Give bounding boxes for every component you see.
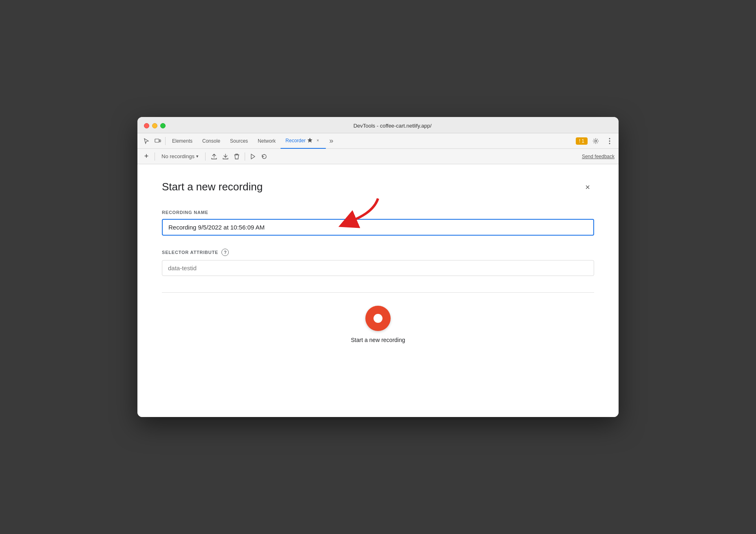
tab-bar: Elements Console Sources Network Recorde…: [137, 133, 619, 149]
toolbar-separator-1: [155, 152, 155, 161]
toolbar-right: ! 1: [576, 135, 615, 147]
settings-button[interactable]: [590, 135, 601, 147]
maximize-button[interactable]: [160, 123, 166, 128]
cursor-icon[interactable]: [141, 135, 152, 147]
step-replay-button[interactable]: [259, 151, 270, 162]
svg-marker-6: [251, 154, 255, 159]
recorder-pin-icon: [307, 138, 312, 143]
window-title: DevTools - coffee-cart.netlify.app/: [173, 123, 612, 129]
recording-panel: Start a new recording × RECORDING NAME: [162, 181, 594, 343]
tab-sources[interactable]: Sources: [225, 133, 253, 149]
tab-divider-1: [165, 137, 166, 145]
issues-badge-button[interactable]: ! 1: [576, 137, 588, 145]
selector-attribute-input[interactable]: [162, 260, 594, 276]
selector-attribute-label: SELECTOR ATTRIBUTE: [162, 250, 218, 255]
export-button[interactable]: [209, 151, 219, 162]
more-tabs-button[interactable]: »: [326, 133, 336, 149]
svg-point-2: [595, 140, 597, 142]
help-icon[interactable]: ?: [221, 249, 229, 256]
svg-rect-1: [159, 140, 161, 142]
panel-title: Start a new recording: [162, 181, 263, 193]
device-toggle-icon[interactable]: [152, 135, 164, 147]
delete-button[interactable]: [232, 151, 242, 162]
tab-recorder[interactable]: Recorder ×: [281, 133, 326, 149]
recording-name-input[interactable]: [162, 219, 594, 236]
recording-name-input-wrapper: [162, 219, 594, 236]
main-content: Start a new recording × RECORDING NAME: [137, 164, 619, 417]
recordings-dropdown[interactable]: No recordings ▾: [158, 152, 202, 161]
toolbar-icons: [209, 151, 270, 162]
recorder-toolbar: + No recordings ▾: [137, 149, 619, 164]
svg-point-4: [609, 140, 610, 141]
close-button[interactable]: [144, 123, 149, 128]
toolbar-separator-2: [205, 152, 206, 161]
svg-rect-0: [155, 139, 159, 142]
record-inner-circle: [374, 314, 382, 323]
more-options-button[interactable]: [604, 135, 615, 147]
recording-name-label: RECORDING NAME: [162, 210, 594, 215]
add-recording-button[interactable]: +: [141, 152, 151, 161]
tab-network[interactable]: Network: [253, 133, 281, 149]
start-recording-section: Start a new recording: [162, 306, 594, 343]
panel-divider: [162, 292, 594, 293]
start-recording-button[interactable]: [365, 306, 391, 331]
tab-console[interactable]: Console: [197, 133, 225, 149]
toolbar-separator-3: [245, 152, 245, 161]
svg-point-3: [609, 138, 610, 139]
devtools-window: DevTools - coffee-cart.netlify.app/ Elem…: [137, 117, 619, 417]
import-button[interactable]: [220, 151, 231, 162]
play-button[interactable]: [248, 151, 258, 162]
send-feedback-link[interactable]: Send feedback: [582, 154, 615, 159]
start-recording-label: Start a new recording: [351, 337, 405, 343]
chevron-down-icon: ▾: [196, 154, 199, 159]
tab-close-recorder[interactable]: ×: [314, 137, 321, 144]
selector-attribute-section: SELECTOR ATTRIBUTE ?: [162, 249, 594, 276]
title-bar: DevTools - coffee-cart.netlify.app/: [137, 117, 619, 133]
panel-close-button[interactable]: ×: [581, 181, 594, 194]
minimize-button[interactable]: [152, 123, 157, 128]
traffic-lights: [144, 123, 166, 128]
svg-point-5: [609, 143, 610, 144]
panel-header: Start a new recording ×: [162, 181, 594, 194]
recording-name-section: RECORDING NAME: [162, 210, 594, 236]
selector-label-row: SELECTOR ATTRIBUTE ?: [162, 249, 594, 256]
issues-icon: !: [579, 138, 580, 144]
tab-elements[interactable]: Elements: [167, 133, 197, 149]
